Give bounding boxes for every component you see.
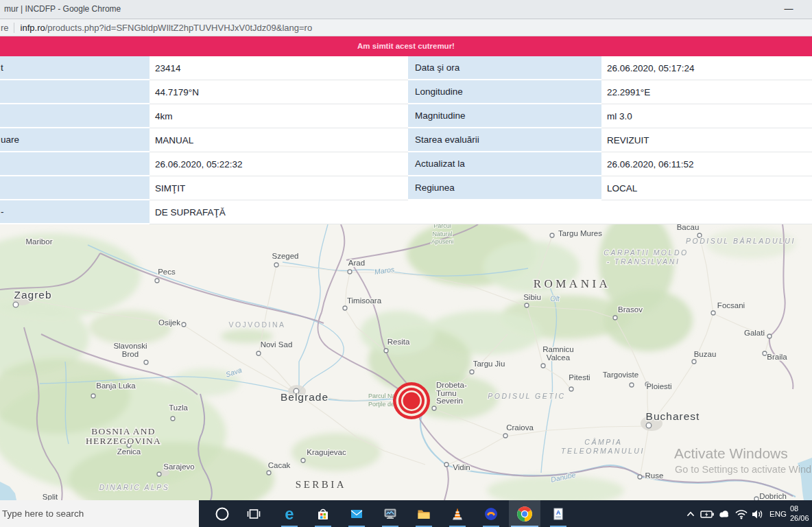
map-city-dot xyxy=(550,233,554,237)
taskbar-app-chrome[interactable] xyxy=(509,500,540,527)
address-bar[interactable]: re infp.ro/products.php?id=SFNGbldpWIltZ… xyxy=(0,19,812,36)
activate-windows-watermark-sub: Go to Settings to activate Wind xyxy=(675,464,811,475)
table-label-left xyxy=(0,104,150,128)
map-city-dot xyxy=(767,334,772,338)
map-city-label: Zenica xyxy=(117,447,141,456)
taskbar-app-media[interactable] xyxy=(475,500,507,527)
media-app-icon xyxy=(483,506,499,522)
tray-battery[interactable] xyxy=(699,500,715,527)
map-city-label: Osijek xyxy=(158,318,180,327)
activate-windows-watermark: Activate Windows xyxy=(674,445,788,462)
taskbar-search-input[interactable]: Type here to search xyxy=(0,500,199,527)
map-city-label: Ruse xyxy=(645,471,664,480)
taskbar-app-cortana[interactable] xyxy=(206,500,238,527)
map-region-label: PODISUL BÂRLADULUI xyxy=(686,237,796,245)
store-icon xyxy=(315,506,331,522)
text-document-icon: A xyxy=(550,506,566,522)
map-city-label: Brasov xyxy=(618,305,643,314)
map-container[interactable]: MariborZagrebPecsSzegedAradTimisoaraOsij… xyxy=(0,224,812,500)
omnibox-divider xyxy=(14,23,14,33)
task-view-icon xyxy=(246,506,263,522)
map-city-label: Galati xyxy=(744,329,765,337)
map-city-label: Sibiu xyxy=(523,293,541,301)
map-city-dot xyxy=(432,406,436,410)
map-city-dot xyxy=(503,434,508,438)
map-city-label: Ploiesti xyxy=(646,382,671,390)
window-titlebar[interactable]: mur | INCDFP - Google Chrome — xyxy=(0,0,812,19)
taskbar-app-mail[interactable] xyxy=(341,500,372,527)
map-city-dot xyxy=(267,471,271,475)
map-city-dot xyxy=(541,364,545,368)
map-city-label: Vidin xyxy=(453,463,470,471)
map-city-label: Timisoara xyxy=(347,296,382,305)
cortana-icon xyxy=(214,506,230,522)
tray-onedrive[interactable] xyxy=(716,500,732,527)
map-region-label: PODISUL GETIC xyxy=(488,392,565,400)
map-city-label: Szeged xyxy=(272,252,298,260)
taskbar-app-performance-monitor[interactable] xyxy=(374,500,406,527)
taskbar-app-store[interactable] xyxy=(307,500,339,527)
map-city-dot xyxy=(182,323,186,327)
map-city-label: Arad xyxy=(348,259,365,267)
map-region-label: VOJVODINA xyxy=(228,320,285,329)
svg-text:A: A xyxy=(556,509,561,516)
map-park-label: ParculNaturalApuseni xyxy=(431,224,454,245)
map-city-label: Craiova xyxy=(506,423,534,432)
table-value-right: LOCAL xyxy=(601,176,812,200)
tray-language[interactable]: ENG xyxy=(769,500,787,527)
map-city-label: Buzau xyxy=(694,350,717,358)
tray-volume[interactable] xyxy=(749,500,765,527)
earthquake-epicenter-marker[interactable] xyxy=(393,382,430,419)
map-country-label: ROMANIA xyxy=(534,277,611,290)
table-value-left: SIMŢIT xyxy=(150,176,408,200)
table-label-right: Magnitudine xyxy=(408,104,601,128)
file-explorer-icon xyxy=(416,506,432,522)
taskbar-app-task-view[interactable] xyxy=(239,500,270,527)
table-value-left: 4km xyxy=(150,104,408,128)
map-city-dot xyxy=(348,270,352,274)
map-region-label: TELEORMANULUI xyxy=(561,447,645,455)
map-city-dot xyxy=(763,351,767,355)
vlc-icon xyxy=(449,506,466,522)
table-value-left: 26.06.2020, 05:22:32 xyxy=(150,152,408,176)
map-country-label: SERBIA xyxy=(296,479,346,490)
taskbar-app-text-document[interactable]: A xyxy=(542,500,574,527)
map-country-label: BOSNIA AND xyxy=(91,426,155,436)
table-label-left xyxy=(0,176,150,200)
taskbar-app-file-explorer[interactable] xyxy=(408,500,440,527)
tray-clock[interactable]: 08 26/06 xyxy=(790,504,809,523)
tray-network[interactable] xyxy=(733,500,750,527)
table-value-left: MANUAL xyxy=(150,128,408,152)
taskbar-app-vlc[interactable] xyxy=(442,500,473,527)
battery-charging-icon xyxy=(699,506,715,522)
map-city-dot xyxy=(646,423,652,428)
map-city-label: Pitesti xyxy=(569,373,590,382)
map-city-label: Braila xyxy=(767,353,787,361)
map-city-label: Resita xyxy=(387,338,410,346)
wifi-icon xyxy=(733,506,750,522)
map-city-label: Pecs xyxy=(158,268,176,276)
taskbar-app-edge[interactable]: e xyxy=(274,500,305,527)
table-label-left xyxy=(0,80,150,104)
tray-show-hidden-icons[interactable] xyxy=(682,500,699,527)
map-river-label: Olt xyxy=(550,294,560,303)
map-city-dot xyxy=(157,472,161,476)
map-city-dot xyxy=(13,302,19,307)
table-value-left: 23414 xyxy=(150,56,408,80)
table-label-right: Data şi ora xyxy=(408,56,601,80)
security-label: re xyxy=(0,23,9,33)
map-city-label: Targu Mures xyxy=(558,229,602,237)
map-region-label: DINARIC ALPS xyxy=(99,483,170,491)
table-label-right: Longitudine xyxy=(408,80,601,104)
map-city-dot xyxy=(256,351,261,355)
url-path: /products.php?id=SFNGbldpWIltZ2hpTUVHVHJ… xyxy=(45,23,312,33)
cloud-icon xyxy=(716,506,732,522)
table-value-right: 26.06.2020, 05:17:24 xyxy=(601,56,812,80)
map-city-dot xyxy=(613,316,617,320)
felt-earthquake-banner[interactable]: Am simtit acest cutremur! xyxy=(0,36,812,56)
table-label-left: - xyxy=(0,200,150,224)
minimize-button[interactable]: — xyxy=(778,0,800,19)
window-title: mur | INCDFP - Google Chrome xyxy=(4,4,121,14)
table-value-left: 44.7179°N xyxy=(150,80,408,104)
table-value-right: REVIZUIT xyxy=(601,128,812,152)
